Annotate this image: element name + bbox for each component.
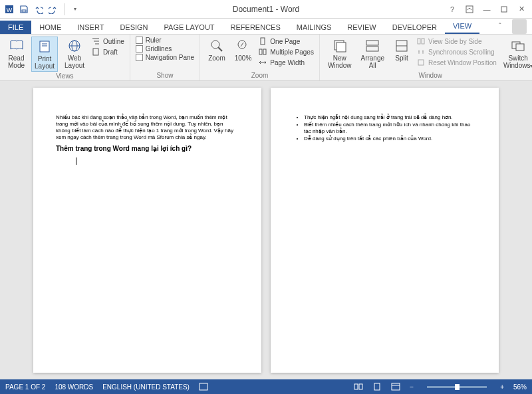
- quick-access-toolbar: W ▾: [0, 3, 80, 15]
- split-icon: [394, 38, 410, 54]
- one-page-label: One Page: [270, 38, 300, 45]
- print-layout-view-icon[interactable]: [372, 383, 382, 391]
- language[interactable]: ENGLISH (UNITED STATES): [102, 383, 190, 391]
- hundred-percent-icon: [235, 38, 251, 54]
- zoom-slider[interactable]: [427, 386, 487, 388]
- word-count[interactable]: 108 WORDS: [55, 383, 93, 391]
- side-by-side-icon: [416, 37, 426, 46]
- svg-rect-3: [466, 6, 473, 13]
- tab-developer[interactable]: DEVELOPER: [384, 21, 445, 34]
- title-bar: W ▾ Document1 - Word ? — ✕: [0, 0, 532, 19]
- svg-line-16: [218, 47, 222, 51]
- page-width-label: Page Width: [270, 59, 305, 66]
- heading[interactable]: Thêm trang trong Word mang lại lợi ích g…: [56, 145, 239, 152]
- group-views-label: Views: [5, 72, 124, 80]
- outline-button[interactable]: Outline: [91, 37, 124, 46]
- list-item[interactable]: Dễ dàng sử dụng trên tất cả các phiên bả…: [304, 136, 476, 142]
- hundred-percent-button[interactable]: 100%: [232, 37, 255, 71]
- ruler-checkbox[interactable]: Ruler: [136, 37, 194, 44]
- zoom-label: Zoom: [208, 54, 225, 62]
- view-side-by-side-button[interactable]: View Side by Side: [416, 37, 497, 46]
- minimize-icon[interactable]: —: [479, 3, 495, 15]
- read-mode-view-icon[interactable]: [354, 383, 363, 391]
- navigation-pane-checkbox[interactable]: Navigation Pane: [136, 54, 194, 61]
- switch-windows-icon: [510, 38, 526, 54]
- gridlines-checkbox[interactable]: Gridlines: [136, 45, 194, 52]
- multiple-pages-label: Multiple Pages: [270, 49, 314, 56]
- tab-view[interactable]: VIEW: [445, 19, 479, 34]
- user-avatar[interactable]: [512, 19, 527, 34]
- checkbox-icon: [136, 54, 143, 61]
- zoom-button[interactable]: Zoom: [205, 37, 228, 71]
- zoom-out-button[interactable]: −: [410, 383, 414, 391]
- help-icon[interactable]: ?: [444, 3, 460, 15]
- list-item[interactable]: Biết thêm nhiều cách thêm trang mới hữu …: [304, 122, 476, 135]
- web-layout-view-icon[interactable]: [391, 383, 400, 391]
- window-controls: ? — ✕: [444, 3, 529, 15]
- tab-references[interactable]: REFERENCES: [223, 21, 289, 34]
- web-layout-button[interactable]: Web Layout: [62, 37, 87, 72]
- page-width-button[interactable]: Page Width: [258, 58, 314, 67]
- svg-rect-22: [336, 43, 346, 52]
- svg-rect-20: [263, 49, 266, 54]
- tab-home[interactable]: HOME: [31, 21, 69, 34]
- undo-icon[interactable]: [33, 4, 44, 15]
- read-mode-button[interactable]: Read Mode: [5, 37, 27, 72]
- ruler-label: Ruler: [146, 37, 162, 44]
- save-icon[interactable]: [19, 4, 29, 15]
- new-window-button[interactable]: New Window: [325, 37, 354, 71]
- multiple-pages-button[interactable]: Multiple Pages: [258, 47, 314, 56]
- svg-rect-34: [354, 384, 358, 389]
- page-width-icon: [258, 58, 267, 67]
- web-layout-label: Web Layout: [65, 54, 84, 69]
- page-2[interactable]: Thực hiện ngắt nội dung sang trải ở tran…: [271, 88, 499, 373]
- group-show: Ruler Gridlines Navigation Pane Show: [130, 35, 200, 80]
- svg-rect-36: [374, 383, 380, 390]
- switch-windows-button[interactable]: Switch Windows▾: [501, 37, 532, 71]
- tab-design[interactable]: DESIGN: [112, 21, 156, 34]
- split-button[interactable]: Split: [391, 37, 412, 71]
- reset-window-icon: [416, 58, 426, 67]
- tab-page-layout[interactable]: PAGE LAYOUT: [156, 21, 223, 34]
- list-item[interactable]: Thực hiện ngắt nội dung sang trải ở tran…: [304, 114, 476, 121]
- paragraph[interactable]: Nhiều bác khi đang soạn thảo văn bản tro…: [56, 114, 239, 141]
- svg-rect-2: [22, 10, 26, 12]
- outline-label: Outline: [103, 38, 124, 45]
- svg-rect-23: [366, 41, 378, 45]
- zoom-percent[interactable]: 56%: [513, 383, 527, 391]
- maximize-icon[interactable]: [496, 3, 512, 15]
- svg-rect-5: [40, 41, 49, 52]
- print-layout-icon: [37, 39, 53, 54]
- ribbon-display-options-icon[interactable]: [462, 3, 477, 15]
- tab-review[interactable]: REVIEW: [339, 21, 384, 34]
- svg-rect-19: [259, 49, 262, 54]
- synchronous-scrolling-button[interactable]: Synchronous Scrolling: [416, 47, 497, 56]
- collapse-ribbon-icon[interactable]: ˆ: [499, 22, 508, 31]
- hundred-percent-label: 100%: [235, 54, 252, 62]
- document-area[interactable]: Nhiều bác khi đang soạn thảo văn bản tro…: [0, 81, 532, 379]
- close-icon[interactable]: ✕: [513, 3, 529, 15]
- svg-text:W: W: [7, 7, 13, 13]
- redo-icon[interactable]: [48, 4, 59, 15]
- status-bar: PAGE 1 OF 2 108 WORDS ENGLISH (UNITED ST…: [0, 379, 532, 394]
- arrange-all-button[interactable]: Arrange All: [358, 37, 387, 71]
- tab-insert[interactable]: INSERT: [69, 21, 112, 34]
- group-window-label: Window: [325, 71, 532, 79]
- page-1[interactable]: Nhiều bác khi đang soạn thảo văn bản tro…: [33, 88, 261, 373]
- draft-button[interactable]: Draft: [91, 47, 124, 56]
- reset-window-position-button[interactable]: Reset Window Position: [416, 58, 497, 67]
- gridlines-label: Gridlines: [146, 45, 172, 52]
- print-layout-button[interactable]: Print Layout: [31, 37, 58, 72]
- qat-customize-dropdown[interactable]: ▾: [70, 4, 80, 15]
- new-window-label: New Window: [328, 54, 352, 69]
- svg-rect-18: [261, 38, 265, 45]
- zoom-in-button[interactable]: +: [500, 383, 504, 391]
- group-window: New Window Arrange All Split View Side b…: [320, 35, 532, 80]
- tab-file[interactable]: FILE: [0, 21, 31, 34]
- tab-mailings[interactable]: MAILINGS: [289, 21, 340, 34]
- one-page-button[interactable]: One Page: [258, 37, 314, 46]
- macro-indicator-icon[interactable]: [199, 383, 208, 391]
- page-count[interactable]: PAGE 1 OF 2: [5, 383, 45, 391]
- svg-rect-27: [418, 39, 420, 44]
- one-page-icon: [258, 37, 267, 46]
